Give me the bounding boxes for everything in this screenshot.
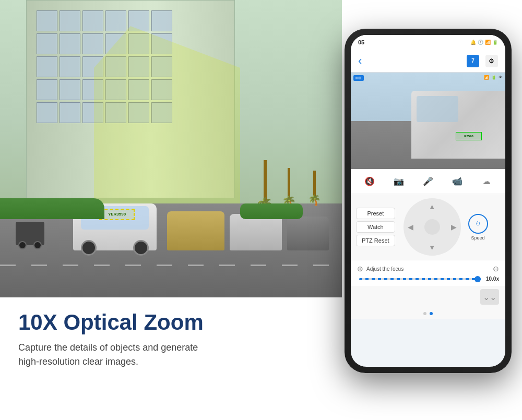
back-button[interactable]: ‹ (358, 54, 362, 68)
record-button[interactable]: 📹 (449, 173, 466, 190)
calendar-icon-button[interactable]: 7 (467, 55, 479, 67)
settings-icon-button[interactable]: ⚙ (485, 55, 498, 67)
palm-tree-2: 🌴 (282, 168, 296, 209)
ptz-button-group: Preset Watch PTZ Reset (356, 208, 395, 246)
phone-outer-shell: 05 🔔 🕐 📶 🔋 ‹ 7 ⚙ (345, 29, 512, 373)
phone-screen: 05 🔔 🕐 📶 🔋 ‹ 7 ⚙ (351, 35, 505, 367)
focus-label: Adjust the focus (366, 266, 490, 272)
zoom-out-icon: ⊖ (493, 265, 499, 273)
camera-view: R3590 HD 📶 🔋 👁 (351, 73, 505, 169)
phone-mockup: 05 🔔 🕐 📶 🔋 ‹ 7 ⚙ (345, 29, 512, 410)
cam-car (411, 91, 505, 159)
dpad-center (424, 219, 440, 235)
car-gray (230, 214, 282, 250)
cam-windshield (417, 96, 458, 122)
watch-button[interactable]: Watch (356, 221, 395, 233)
zoom-desc-2: high-resolution clear images. (18, 355, 326, 369)
mute-button[interactable]: 🔇 (361, 173, 378, 190)
status-time: 05 (358, 39, 364, 45)
cam-plate-text: R3590 (456, 133, 481, 140)
slider-thumb (474, 276, 481, 282)
focus-section: ⊕ Adjust the focus ⊖ 10.0x (351, 260, 505, 286)
hd-badge: HD (353, 75, 364, 81)
wifi-icon: 📶 (485, 40, 491, 45)
bottom-section: 10X Optical Zoom Capture the details of … (0, 297, 345, 420)
car-wheel-left (81, 240, 97, 256)
dpad-up-arrow[interactable]: ▲ (429, 202, 436, 211)
ptz-reset-button[interactable]: PTZ Reset (356, 235, 395, 246)
directional-pad: ▲ ▼ ◀ ▶ (404, 198, 461, 256)
license-plate-text: YER3590 (100, 210, 134, 219)
controls-bar: 🔇 📷 🎤 📹 ☁ (351, 169, 505, 194)
cam-status-icons: 📶 🔋 👁 (484, 75, 503, 80)
palm-tree-3: 🌴 (308, 171, 321, 206)
mic-button[interactable]: 🎤 (420, 173, 436, 190)
focus-slider[interactable] (359, 278, 481, 280)
road-marking (0, 265, 342, 266)
zoom-in-icon: ⊕ (357, 265, 363, 273)
dpad-right-arrow[interactable]: ▶ (451, 223, 457, 231)
preset-button[interactable]: Preset (356, 208, 395, 219)
street-scene: YER3590 🌴 🌴 🌴 (0, 0, 342, 297)
page-dot-1[interactable] (423, 312, 426, 315)
down-btn-row: ⌄⌄ (351, 286, 505, 308)
speed-gauge-icon: ⏱ (476, 221, 481, 226)
gear-icon: ⚙ (489, 57, 494, 65)
page-dot-2[interactable] (430, 312, 433, 315)
shrubs (0, 198, 104, 219)
car-wheel-right (133, 240, 149, 256)
battery-icon: 🔋 (492, 40, 498, 45)
cam-plate: R3590 (456, 132, 482, 140)
speed-dial-icon[interactable]: ⏱ (468, 214, 488, 234)
scooter-wheel-front (18, 241, 27, 249)
calendar-number: 7 (471, 58, 474, 64)
nav-bar: ‹ 7 ⚙ (351, 50, 505, 73)
cam-eye-icon: 👁 (499, 75, 503, 80)
cam-signal-icon: 📶 (484, 75, 489, 80)
license-plate-highlight: YER3590 (99, 209, 135, 220)
page-dots (351, 308, 505, 319)
car-dark (287, 217, 329, 250)
scooter (16, 222, 44, 245)
scooter-wheel-back (33, 241, 42, 249)
speed-control: ⏱ Speed (468, 214, 488, 241)
snapshot-button[interactable]: 📷 (390, 173, 407, 190)
zoom-value: 10.0x (486, 276, 499, 282)
dpad-down-arrow[interactable]: ▼ (429, 243, 436, 251)
clock-icon: 🕐 (478, 40, 483, 45)
slider-dashes (359, 278, 481, 280)
focus-row: ⊕ Adjust the focus ⊖ (357, 265, 499, 273)
speed-label: Speed (471, 235, 485, 241)
notification-icon: 🔔 (470, 40, 476, 45)
zoom-desc-1: Capture the details of objects and gener… (18, 341, 326, 355)
nav-icons-group: 7 ⚙ (467, 55, 498, 67)
dpad-left-arrow[interactable]: ◀ (408, 223, 413, 231)
ptz-section: Preset Watch PTZ Reset ▲ ▼ ◀ ▶ ⏱ (351, 194, 505, 260)
status-bar: 05 🔔 🕐 📶 🔋 (351, 35, 505, 50)
shrubs-right (240, 203, 303, 219)
status-icons: 🔔 🕐 📶 🔋 (470, 40, 498, 45)
slider-row: 10.0x (357, 276, 499, 282)
cloud-button[interactable]: ☁ (478, 173, 495, 190)
car-yellow (167, 211, 224, 250)
cam-battery-icon: 🔋 (491, 75, 496, 80)
collapse-button[interactable]: ⌄⌄ (480, 289, 499, 305)
zoom-title: 10X Optical Zoom (18, 310, 326, 334)
